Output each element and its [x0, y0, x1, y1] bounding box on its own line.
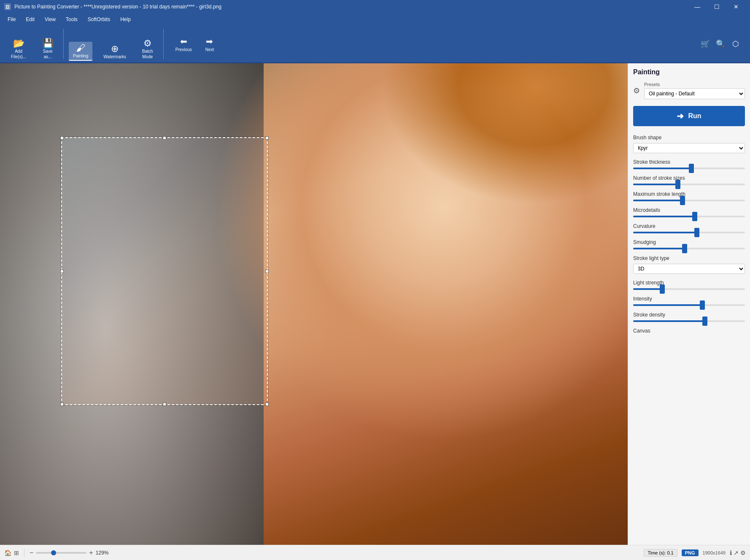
- format-badge: PNG: [682, 549, 699, 556]
- number-stroke-sizes-label: Number of stroke sizes: [633, 175, 745, 181]
- home-icon[interactable]: 🏠: [4, 549, 11, 556]
- ribbon-group-watermarks: ⊕ Watermarks: [96, 25, 134, 62]
- ribbon: 📂 Add File(s)... 💾 Save as... 🖌 Painting…: [0, 25, 750, 63]
- light-strength-setting: Light strength: [633, 280, 745, 290]
- microdetails-slider[interactable]: [633, 216, 745, 217]
- smudging-slider[interactable]: [633, 248, 745, 249]
- ribbon-group-batch: ⚙ Batch Mode: [134, 25, 162, 62]
- previous-button[interactable]: ⬅ Previous: [170, 35, 198, 54]
- stroke-density-slider[interactable]: [633, 320, 745, 322]
- selection-box[interactable]: [61, 137, 268, 405]
- main-layout: Painting ⚙ Presets Oil painting - Defaul…: [0, 63, 750, 545]
- watermarks-label: Watermarks: [103, 54, 126, 59]
- next-label: Next: [205, 47, 214, 52]
- curvature-slider[interactable]: [633, 232, 745, 233]
- dimensions-label: 1900x1649: [703, 550, 726, 555]
- microdetails-setting: Microdetails: [633, 207, 745, 217]
- brush-shape-label: Brush shape: [633, 135, 745, 141]
- curvature-setting: Curvature: [633, 223, 745, 233]
- app-icon: 🖼: [4, 3, 11, 10]
- handle-top-right[interactable]: [265, 136, 269, 140]
- stroke-light-type-select[interactable]: 3D: [633, 264, 745, 274]
- ribbon-right-area: 🛒 🔍 ⬡: [699, 25, 747, 62]
- handle-bot-mid[interactable]: [163, 403, 166, 406]
- title-bar: 🖼 Picture to Painting Converter - ****Un…: [0, 0, 750, 14]
- stroke-light-type-setting: Stroke light type 3D: [633, 255, 745, 274]
- status-separator: [24, 549, 24, 557]
- handle-mid-left[interactable]: [60, 270, 64, 273]
- menu-view[interactable]: View: [40, 15, 60, 24]
- menu-bar: File Edit View Tools SoftOrbits Help: [0, 14, 750, 25]
- next-button[interactable]: ➡ Next: [200, 35, 220, 54]
- batch-label: Batch: [142, 49, 153, 54]
- cart-icon[interactable]: 🛒: [699, 37, 712, 51]
- max-stroke-length-label: Maximum stroke length: [633, 191, 745, 197]
- handle-bot-right[interactable]: [265, 403, 269, 406]
- ribbon-group-painting: 🖌 Painting: [65, 25, 96, 62]
- light-strength-slider[interactable]: [633, 288, 745, 290]
- menu-tools[interactable]: Tools: [62, 15, 82, 24]
- smudging-setting: Smudging: [633, 239, 745, 249]
- menu-edit[interactable]: Edit: [22, 15, 39, 24]
- watermarks-button[interactable]: ⊕ Watermarks: [99, 43, 130, 61]
- stroke-thickness-setting: Stroke thickness: [633, 159, 745, 169]
- canvas-area[interactable]: [0, 63, 628, 545]
- number-stroke-sizes-setting: Number of stroke sizes: [633, 175, 745, 185]
- status-icons: 🏠 ⊞: [4, 549, 19, 556]
- max-stroke-length-slider[interactable]: [633, 200, 745, 201]
- settings-icon[interactable]: ⚙: [740, 549, 746, 556]
- window-controls: — ☐ ✕: [688, 0, 746, 14]
- canvas-section-label: Canvas: [633, 328, 745, 334]
- add-file-label: Add: [15, 49, 22, 54]
- menu-softorbits[interactable]: SoftOrbits: [84, 15, 114, 24]
- ribbon-group-file: 📂 Add File(s)...: [3, 25, 34, 62]
- info-icon[interactable]: ℹ: [730, 549, 732, 556]
- handle-top-mid[interactable]: [163, 136, 166, 140]
- brush-shape-select[interactable]: Круг: [633, 143, 745, 153]
- add-file-icon: 📂: [13, 39, 24, 48]
- presets-icon: ⚙: [633, 86, 640, 95]
- intensity-label: Intensity: [633, 296, 745, 302]
- zoom-in-button[interactable]: +: [89, 549, 93, 557]
- batch-label2: Mode: [142, 54, 153, 59]
- maximize-button[interactable]: ☐: [707, 0, 726, 14]
- crop-icon[interactable]: ⊞: [14, 549, 19, 556]
- add-file-button[interactable]: 📂 Add File(s)...: [7, 37, 30, 61]
- menu-file[interactable]: File: [3, 15, 20, 24]
- intensity-slider[interactable]: [633, 304, 745, 306]
- share-icon[interactable]: ↗: [734, 549, 739, 556]
- right-panel: Painting ⚙ Presets Oil painting - Defaul…: [628, 63, 750, 545]
- time-badge: Time (s): 0.1: [644, 549, 677, 557]
- stroke-thickness-slider[interactable]: [633, 168, 745, 169]
- number-stroke-sizes-slider[interactable]: [633, 184, 745, 185]
- cube-icon[interactable]: ⬡: [729, 37, 742, 51]
- curvature-label: Curvature: [633, 223, 745, 229]
- ribbon-group-save: 💾 Save as...: [34, 25, 62, 62]
- stroke-density-setting: Stroke density: [633, 312, 745, 322]
- menu-help[interactable]: Help: [116, 15, 135, 24]
- add-file-label2: File(s)...: [11, 54, 26, 59]
- minimize-button[interactable]: —: [688, 0, 707, 14]
- watermarks-icon: ⊕: [111, 44, 119, 54]
- handle-top-left[interactable]: [60, 136, 64, 140]
- close-button[interactable]: ✕: [726, 0, 746, 14]
- search-icon[interactable]: 🔍: [714, 37, 727, 51]
- brush-shape-setting: Brush shape Круг: [633, 135, 745, 153]
- painting-button[interactable]: 🖌 Painting: [69, 42, 92, 61]
- zoom-slider[interactable]: [36, 552, 86, 554]
- stroke-light-type-label: Stroke light type: [633, 255, 745, 261]
- presets-select[interactable]: Oil painting - Default: [644, 88, 745, 99]
- microdetails-label: Microdetails: [633, 207, 745, 213]
- zoom-out-button[interactable]: −: [30, 549, 33, 557]
- painting-icon: 🖌: [76, 43, 85, 53]
- handle-mid-right[interactable]: [265, 270, 269, 273]
- batch-icon: ⚙: [143, 39, 152, 48]
- batch-mode-button[interactable]: ⚙ Batch Mode: [137, 37, 158, 61]
- save-icon: 💾: [42, 39, 54, 48]
- handle-bot-left[interactable]: [60, 403, 64, 406]
- save-as-button[interactable]: 💾 Save as...: [37, 37, 58, 61]
- stroke-density-label: Stroke density: [633, 312, 745, 318]
- run-label: Run: [688, 112, 701, 120]
- light-strength-label: Light strength: [633, 280, 745, 286]
- run-button[interactable]: ➜ Run: [633, 106, 745, 126]
